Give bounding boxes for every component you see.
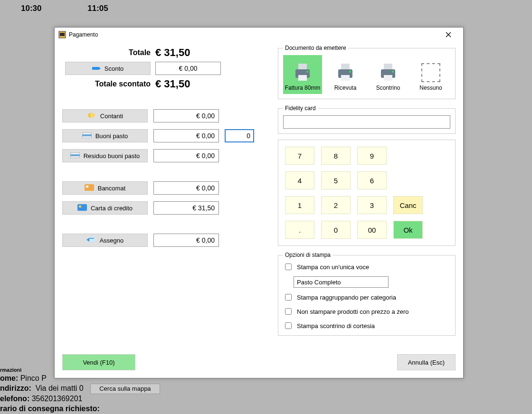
pay-bancomat-label: Bancomat <box>98 185 126 192</box>
keypad-4-button[interactable]: 4 <box>285 171 314 189</box>
tag-icon <box>92 66 101 71</box>
svg-rect-2 <box>92 67 99 70</box>
buoni-icon <box>82 132 92 140</box>
unica-voce-text[interactable] <box>294 276 389 288</box>
svg-rect-11 <box>86 186 88 188</box>
pay-buoni-label: Buoni pasto <box>95 132 128 140</box>
pay-buoni-input[interactable] <box>153 129 219 142</box>
svg-rect-7 <box>82 134 92 136</box>
carta-icon <box>77 204 87 212</box>
none-icon <box>421 63 441 83</box>
keypad-0-button[interactable]: 0 <box>321 221 351 239</box>
pay-bancomat-input[interactable] <box>153 181 219 195</box>
total-label: Totale <box>63 46 152 60</box>
close-icon <box>446 32 451 38</box>
keypad-5-button[interactable]: 5 <box>321 171 351 189</box>
vendi-button[interactable]: Vendi (F10) <box>62 354 135 370</box>
close-button[interactable] <box>440 28 459 41</box>
doc-ricevuta-option[interactable]: Ricevuta <box>326 55 365 94</box>
pay-contanti-input[interactable] <box>153 109 219 122</box>
printer-icon <box>378 63 398 83</box>
pay-buoni-button[interactable]: Buoni pasto <box>62 129 148 142</box>
numeric-keypad: 789456123Canc.000Ok <box>278 140 456 246</box>
keypad-00-button[interactable]: 00 <box>357 221 387 239</box>
document-group: Documento da emettere Fattura 80mmRicevu… <box>278 45 456 99</box>
keypad-dot-button[interactable]: . <box>285 221 314 239</box>
assegno-icon <box>86 236 96 245</box>
map-button[interactable]: Cerca sulla mappa <box>90 384 160 395</box>
modal-titlebar: Pagamento <box>55 28 463 42</box>
pay-carta-button[interactable]: Carta di credito <box>62 201 148 215</box>
pay-assegno-input[interactable] <box>153 234 219 247</box>
doc-fattura-label: Fattura 80mm <box>285 85 321 91</box>
svg-rect-9 <box>70 154 80 156</box>
svg-rect-20 <box>341 64 350 69</box>
keypad-7-button[interactable]: 7 <box>285 147 314 165</box>
svg-rect-26 <box>384 75 392 81</box>
payment-methods-list: ContantiBuoni pastoResiduo buoni pastoBa… <box>62 109 266 247</box>
printer-icon <box>335 63 355 83</box>
keypad-6-button[interactable]: 6 <box>357 171 387 189</box>
svg-rect-1 <box>60 33 65 36</box>
keypad-1-button[interactable]: 1 <box>285 196 314 214</box>
svg-rect-24 <box>384 64 392 69</box>
svg-rect-22 <box>341 75 350 81</box>
svg-marker-3 <box>99 67 101 70</box>
payment-modal: Pagamento Totale € 31,50 <box>54 27 464 378</box>
pay-assegno-button[interactable]: Assegno <box>62 234 148 247</box>
print-options-group: Opzioni di stampa Stampa con un'unica vo… <box>278 252 456 336</box>
bancomat-icon <box>85 184 94 192</box>
doc-nessuno-label: Nessuno <box>419 85 442 91</box>
print-no-zero-checkbox[interactable]: Non stampare prodotti con prezzo a zero <box>283 307 450 316</box>
keypad-2-button[interactable]: 2 <box>321 196 351 214</box>
keypad-canc-button[interactable]: Canc <box>393 196 423 214</box>
svg-point-27 <box>392 71 394 73</box>
discount-button[interactable]: Sconto <box>65 62 151 75</box>
print-cortesia-checkbox[interactable]: Stampa scontrino di cortesia <box>283 321 450 330</box>
print-group-category-checkbox[interactable]: Stampa raggruppando per categoria <box>283 292 450 302</box>
residuo-icon <box>70 152 80 160</box>
totals-table: Totale € 31,50 Sconto € 0,00 <box>62 45 266 92</box>
doc-nessuno-option[interactable]: Nessuno <box>411 55 450 94</box>
modal-title-text: Pagamento <box>69 31 98 38</box>
doc-scontrino-label: Scontrino <box>376 85 400 91</box>
printer-icon <box>293 63 313 83</box>
svg-rect-16 <box>298 64 307 69</box>
svg-rect-13 <box>79 206 81 207</box>
contanti-icon <box>87 112 96 121</box>
keypad-8-button[interactable]: 8 <box>321 147 351 165</box>
doc-fattura-option[interactable]: Fattura 80mm <box>283 55 322 94</box>
pay-contanti-button[interactable]: Contanti <box>62 109 148 122</box>
discounted-total-label: Totale scontato <box>63 77 152 91</box>
total-value: € 31,50 <box>153 46 266 60</box>
doc-ricevuta-label: Ricevuta <box>334 85 357 91</box>
svg-rect-18 <box>298 75 307 81</box>
pay-carta-label: Carta di credito <box>91 205 133 212</box>
pay-residuo-input[interactable] <box>153 149 219 162</box>
pay-carta-input[interactable] <box>153 201 219 215</box>
keypad-ok-button[interactable]: Ok <box>393 221 423 239</box>
print-unica-voce-checkbox[interactable]: Stampa con un'unica voce <box>283 262 450 272</box>
pay-buoni-qty-input[interactable] <box>225 129 254 142</box>
annulla-button[interactable]: Annulla (Esc) <box>397 354 456 370</box>
document-legend: Documento da emettere <box>283 45 348 51</box>
print-legend: Opzioni di stampa <box>283 252 332 258</box>
keypad-9-button[interactable]: 9 <box>357 147 387 165</box>
discounted-total-value: € 31,50 <box>153 77 266 91</box>
discount-label: Sconto <box>104 65 124 72</box>
svg-point-5 <box>90 113 95 118</box>
pay-residuo-label: Residuo buoni pasto <box>84 152 140 160</box>
svg-rect-15 <box>89 238 94 239</box>
svg-point-19 <box>306 71 308 73</box>
window-icon <box>58 31 66 38</box>
keypad-3-button[interactable]: 3 <box>357 196 387 214</box>
svg-point-23 <box>349 71 351 73</box>
doc-scontrino-option[interactable]: Scontrino <box>369 55 408 94</box>
pay-bancomat-button[interactable]: Bancomat <box>62 181 148 195</box>
background-times: 10:30 11:05 <box>21 4 152 13</box>
pay-residuo-button[interactable]: Residuo buoni pasto <box>62 149 148 162</box>
fidelity-legend: Fidelity card <box>283 105 318 112</box>
fidelity-input[interactable] <box>283 115 450 129</box>
pay-contanti-label: Contanti <box>100 113 123 120</box>
discount-value: € 0,00 <box>155 62 221 75</box>
